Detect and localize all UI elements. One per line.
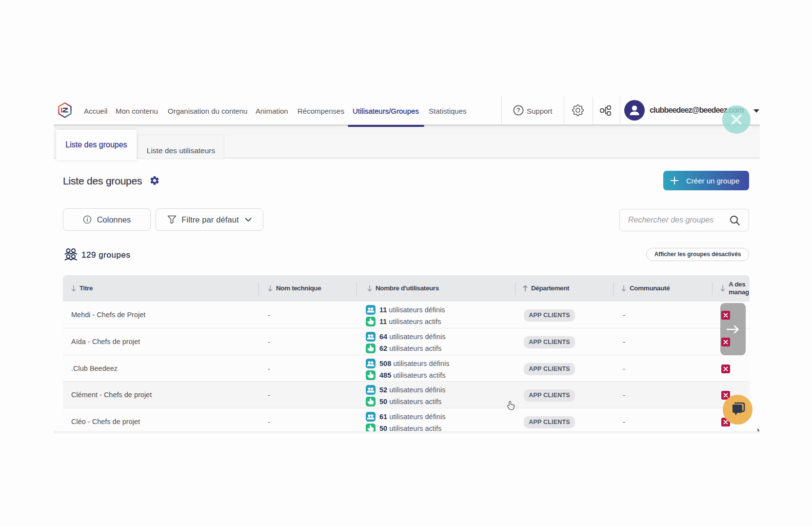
svg-text:?: ? (516, 107, 520, 114)
